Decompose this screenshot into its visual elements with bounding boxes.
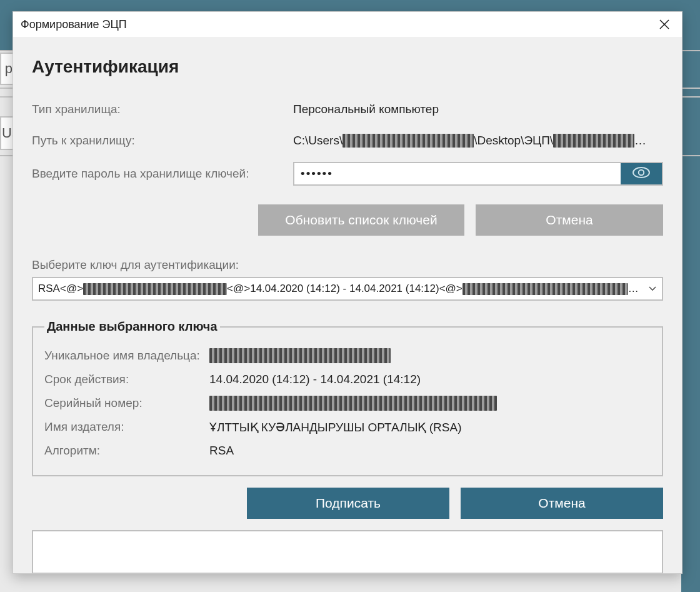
issuer-label: Имя издателя: [44,420,209,434]
storage-path-row: Путь к хранилищу: C:\Users\ \Desktop\ЭЦП… [32,131,663,151]
storage-path-ellipsis: … [634,134,646,148]
password-row: Введите пароль на хранилище ключей: [32,162,663,186]
refresh-keys-button[interactable]: Обновить список ключей [258,204,464,236]
sign-button[interactable]: Подписать [247,488,449,519]
key-select-mid: <@>14.04.2020 (14:12) - 14.04.2021 (14:1… [227,283,462,295]
select-key-label: Выберите ключ для аутентификации: [32,258,663,272]
validity-row: Срок действия: 14.04.2020 (14:12) - 14.0… [44,370,651,389]
storage-path-prefix: C:\Users\ [293,134,342,148]
password-field-wrap [293,162,663,186]
redacted-text [209,396,497,411]
serial-value [209,396,497,411]
validity-label: Срок действия: [44,373,209,386]
sign-cancel-row: Подписать Отмена [32,488,663,519]
redacted-text [342,134,474,148]
storage-type-value: Персональный компьютер [293,103,663,116]
dialog-content: Аутентификация Тип хранилища: Персональн… [13,38,682,573]
svg-point-2 [633,168,649,178]
status-output-box [32,530,663,573]
close-button[interactable] [652,13,677,38]
owner-label: Уникальное имя владельца: [44,349,209,363]
owner-value [209,348,391,363]
issuer-value: ҰЛТТЫҚ КУӘЛАНДЫРУШЫ ОРТАЛЫҚ (RSA) [209,420,461,434]
validity-value: 14.04.2020 (14:12) - 14.04.2021 (14:12) [209,373,421,386]
page-title: Аутентификация [32,57,663,77]
signature-dialog: Формирование ЭЦП Аутентификация Тип хран… [12,11,682,574]
redacted-text [462,283,628,295]
algo-label: Алгоритм: [44,444,209,458]
window-title: Формирование ЭЦП [21,18,652,31]
algo-value: RSA [209,444,234,458]
owner-row: Уникальное имя владельца: [44,346,651,365]
refresh-cancel-row: Обновить список ключей Отмена [32,204,663,236]
redacted-text [83,283,227,295]
serial-row: Серийный номер: [44,394,651,413]
algo-row: Алгоритм: RSA [44,441,651,460]
storage-path-label: Путь к хранилищу: [32,134,293,148]
close-icon [659,17,669,33]
chevron-down-icon [647,283,658,294]
storage-path-value: C:\Users\ \Desktop\ЭЦП\ … [293,134,663,148]
key-select[interactable]: RSA<@> <@>14.04.2020 (14:12) - 14.04.202… [32,277,663,301]
storage-type-row: Тип хранилища: Персональный компьютер [32,99,663,119]
key-select-suffix: … [628,283,639,295]
eye-icon [632,166,651,183]
cancel-button-bottom[interactable]: Отмена [461,488,663,519]
password-input[interactable] [294,163,621,184]
key-data-legend: Данные выбранного ключа [44,319,220,334]
background-right-stripe [681,0,700,592]
cancel-button-top[interactable]: Отмена [476,204,663,236]
titlebar: Формирование ЭЦП [13,12,682,38]
serial-label: Серийный номер: [44,396,209,410]
key-select-prefix: RSA<@> [38,283,83,295]
storage-type-label: Тип хранилища: [32,103,293,116]
key-data-fieldset: Данные выбранного ключа Уникальное имя в… [32,319,663,476]
redacted-text [553,134,634,148]
toggle-password-visibility-button[interactable] [621,163,662,184]
key-select-value: RSA<@> <@>14.04.2020 (14:12) - 14.04.202… [38,283,647,295]
issuer-row: Имя издателя: ҰЛТТЫҚ КУӘЛАНДЫРУШЫ ОРТАЛЫ… [44,418,651,436]
background-input-fragment-1: р [0,53,12,85]
password-label: Введите пароль на хранилище ключей: [32,167,293,181]
storage-path-mid: \Desktop\ЭЦП\ [474,134,553,148]
svg-point-3 [639,169,644,174]
redacted-text [209,348,391,363]
